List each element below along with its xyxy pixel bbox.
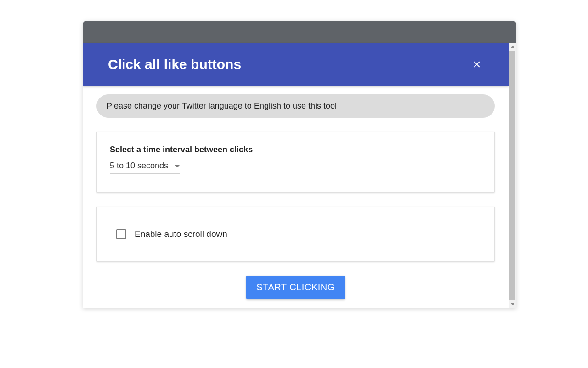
autoscroll-label: Enable auto scroll down xyxy=(135,229,227,239)
window-title-bar xyxy=(83,21,516,43)
start-wrap: START CLICKING xyxy=(96,276,495,299)
autoscroll-row: Enable auto scroll down xyxy=(116,229,475,239)
scroll-up-arrow-icon[interactable] xyxy=(509,43,516,51)
interval-label: Select a time interval between clicks xyxy=(110,145,481,155)
language-notice: Please change your Twitter language to E… xyxy=(96,94,495,118)
vertical-scrollbar[interactable] xyxy=(509,43,516,308)
close-icon xyxy=(472,59,482,69)
main-content: Click all like buttons Please change you… xyxy=(83,43,509,308)
start-clicking-button[interactable]: START CLICKING xyxy=(246,276,345,299)
interval-card: Select a time interval between clicks 5 … xyxy=(96,132,495,193)
content-area: Click all like buttons Please change you… xyxy=(83,43,516,308)
chevron-down-icon xyxy=(175,165,180,167)
autoscroll-card: Enable auto scroll down xyxy=(96,207,495,262)
scroll-down-arrow-icon[interactable] xyxy=(509,300,516,308)
dialog-title: Click all like buttons xyxy=(108,57,241,72)
dialog-header: Click all like buttons xyxy=(83,43,509,86)
dialog-body: Please change your Twitter language to E… xyxy=(83,86,509,308)
close-button[interactable] xyxy=(470,58,483,71)
interval-select[interactable]: 5 to 10 seconds xyxy=(110,161,180,174)
notice-text: Please change your Twitter language to E… xyxy=(107,101,337,110)
scroll-thumb[interactable] xyxy=(509,51,515,300)
scroll-track[interactable] xyxy=(509,51,516,300)
app-window: Click all like buttons Please change you… xyxy=(83,21,516,308)
interval-value: 5 to 10 seconds xyxy=(110,161,168,171)
autoscroll-checkbox[interactable] xyxy=(116,229,126,239)
